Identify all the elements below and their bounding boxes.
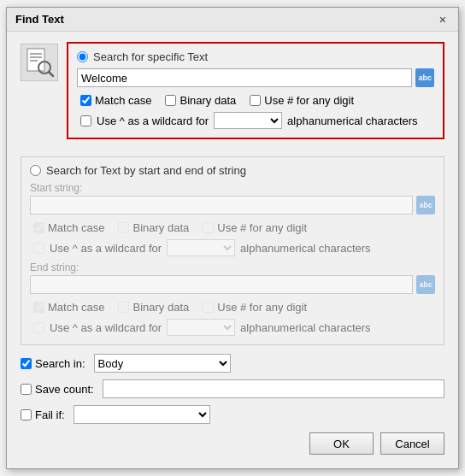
fail-if-checkbox[interactable]: [21, 409, 32, 420]
search-start-end-radio[interactable]: [30, 165, 41, 176]
start-use-hash-item: Use # for any digit: [203, 221, 307, 234]
search-specific-label: Search for specific Text: [93, 50, 208, 63]
save-count-checkbox[interactable]: [21, 384, 32, 395]
close-button[interactable]: ×: [436, 14, 450, 26]
start-input-row: abc: [30, 196, 435, 214]
start-checkbox-row: Match case Binary data Use # for any dig…: [30, 221, 435, 234]
section1-radio-row: Search for specific Text: [77, 50, 434, 63]
end-wildcard-select[interactable]: [167, 319, 235, 336]
abc-badge-3: abc: [416, 275, 435, 294]
section1-wildcard-row: Use ^ as a wildcard for alphanumerical c…: [77, 112, 434, 129]
end-binary-data-checkbox[interactable]: [118, 302, 129, 313]
end-use-hash-checkbox[interactable]: [203, 302, 214, 313]
section2-box: Search for Text by start and end of stri…: [21, 156, 444, 345]
end-wildcard-suffix: alphanumerical characters: [240, 321, 370, 334]
end-string-group: End string: abc Match case Binary data: [30, 262, 435, 336]
start-wildcard-select[interactable]: [167, 239, 235, 256]
section1-box: Search for specific Text abc Match case …: [67, 42, 444, 139]
use-hash-item: Use # for any digit: [250, 94, 354, 107]
end-binary-data-item: Binary data: [118, 301, 189, 314]
wildcard-suffix-1: alphanumerical characters: [287, 115, 417, 127]
start-wildcard-row: Use ^ as a wildcard for alphanumerical c…: [30, 239, 435, 256]
search-in-label: Search in:: [35, 357, 85, 370]
search-in-checkbox-item: Search in:: [21, 357, 85, 370]
save-count-checkbox-item: Save count:: [21, 383, 94, 396]
section1-checkbox-row: Match case Binary data Use # for any dig…: [77, 94, 434, 107]
search-in-checkbox[interactable]: [21, 358, 32, 369]
end-checkbox-row: Match case Binary data Use # for any dig…: [30, 301, 435, 314]
start-use-hash-checkbox[interactable]: [203, 222, 214, 233]
end-use-hash-item: Use # for any digit: [203, 301, 307, 314]
match-case-checkbox[interactable]: [80, 95, 91, 106]
fail-if-label: Fail if:: [35, 408, 65, 421]
end-wildcard-prefix: Use ^ as a wildcard for: [50, 321, 162, 334]
start-wildcard-prefix: Use ^ as a wildcard for: [50, 242, 162, 255]
cancel-button[interactable]: Cancel: [380, 432, 444, 455]
abc-badge-1: abc: [415, 68, 434, 87]
dialog-title: Find Text: [15, 13, 64, 26]
start-wildcard-checkbox[interactable]: [33, 243, 44, 254]
ok-button[interactable]: OK: [309, 432, 374, 455]
fail-if-row: Fail if: Not found Found: [21, 405, 444, 424]
end-wildcard-checkbox[interactable]: [33, 322, 44, 333]
match-case-label: Match case: [95, 94, 151, 107]
wildcard-checkbox-1[interactable]: [80, 115, 91, 126]
end-match-case-checkbox[interactable]: [33, 302, 44, 313]
fail-if-checkbox-item: Fail if:: [21, 408, 65, 421]
fail-if-select[interactable]: Not found Found: [74, 405, 210, 424]
use-hash-checkbox[interactable]: [250, 95, 261, 106]
save-count-label: Save count:: [35, 383, 94, 396]
end-text-input[interactable]: [30, 275, 413, 294]
start-use-hash-label: Use # for any digit: [217, 221, 307, 234]
abc-badge-2: abc: [416, 196, 435, 214]
start-string-group: Start string: abc Match case Binary data: [30, 182, 435, 256]
end-input-row: abc: [30, 275, 435, 294]
dialog-content: Search for specific Text abc Match case …: [7, 32, 458, 468]
end-wildcard-row: Use ^ as a wildcard for alphanumerical c…: [30, 319, 435, 336]
search-in-select[interactable]: Body Header Footer All: [94, 354, 231, 373]
wildcard-prefix-1: Use ^ as a wildcard for: [97, 115, 209, 127]
match-case-item: Match case: [80, 94, 151, 107]
start-binary-data-checkbox[interactable]: [118, 222, 129, 233]
start-binary-data-label: Binary data: [132, 221, 189, 234]
start-match-case-checkbox[interactable]: [33, 222, 44, 233]
button-row: OK Cancel: [21, 432, 444, 455]
start-match-case-label: Match case: [48, 221, 104, 234]
start-match-case-item: Match case: [33, 221, 104, 234]
search-start-end-label: Search for Text by start and end of stri…: [46, 164, 246, 177]
end-string-label: End string:: [30, 262, 435, 273]
title-bar: Find Text ×: [7, 8, 458, 32]
binary-data-item: Binary data: [165, 94, 236, 107]
end-binary-data-label: Binary data: [132, 301, 189, 314]
svg-rect-1: [27, 49, 44, 71]
start-text-input[interactable]: [30, 196, 413, 214]
start-string-label: Start string:: [30, 182, 435, 194]
section2-radio-row: Search for Text by start and end of stri…: [30, 164, 435, 177]
find-text-dialog: Find Text ×: [6, 7, 459, 469]
start-binary-data-item: Binary data: [118, 221, 189, 234]
save-count-input[interactable]: [103, 379, 444, 398]
use-hash-label: Use # for any digit: [264, 94, 354, 107]
wildcard-select-1[interactable]: [214, 112, 282, 129]
start-wildcard-suffix: alphanumerical characters: [240, 242, 370, 255]
binary-data-checkbox[interactable]: [165, 95, 176, 106]
section1-input-row: abc: [77, 68, 434, 87]
binary-data-label: Binary data: [180, 94, 236, 107]
search-specific-radio[interactable]: [77, 51, 88, 62]
save-count-row: Save count:: [21, 379, 444, 398]
end-match-case-label: Match case: [48, 301, 104, 314]
search-icon: [21, 44, 58, 81]
bottom-section: Search in: Body Header Footer All Save c…: [21, 354, 444, 424]
end-use-hash-label: Use # for any digit: [217, 301, 307, 314]
section1-wrapper: Search for specific Text abc Match case …: [21, 42, 444, 148]
search-text-input[interactable]: [77, 68, 412, 87]
end-match-case-item: Match case: [33, 301, 104, 314]
search-in-row: Search in: Body Header Footer All: [21, 354, 444, 373]
